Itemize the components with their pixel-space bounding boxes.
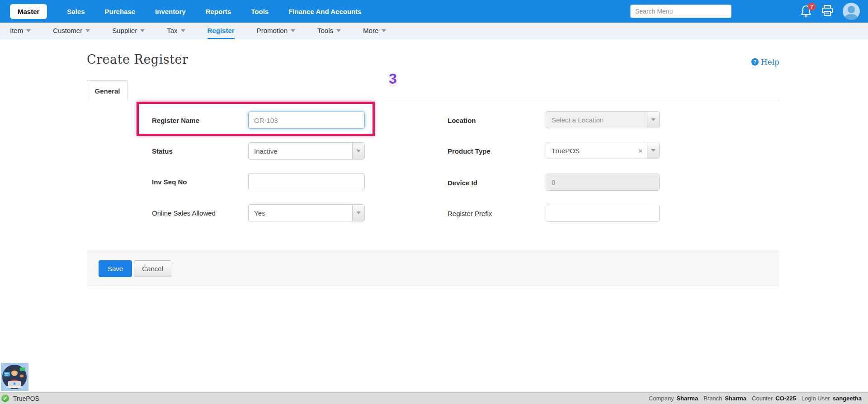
company-value: Sharma <box>676 395 698 402</box>
product-type-select[interactable]: TruePOS <box>546 142 660 159</box>
chevron-down-icon <box>291 29 295 32</box>
topnav-item-tools[interactable]: Tools <box>251 8 269 15</box>
counter-value: CO-225 <box>775 395 796 402</box>
subnav-label: Customer <box>53 27 82 34</box>
avatar-head <box>848 6 855 13</box>
status-bar: TruePOS Company Sharma Branch Sharma Cou… <box>0 392 868 404</box>
subnav-label: Supplier <box>112 27 137 34</box>
help-label: Help <box>761 57 779 66</box>
status-label: Status <box>152 147 173 155</box>
notification-count-badge: 7 <box>808 3 816 10</box>
online-sales-allowed-select[interactable]: Yes <box>248 204 365 221</box>
tab-bar: General <box>87 80 779 100</box>
subnav-label: Register <box>208 27 235 34</box>
register-prefix-label: Register Prefix <box>448 210 492 217</box>
topnav-item-master[interactable]: Master <box>10 4 47 19</box>
online-sales-allowed-value: Yes <box>249 209 352 217</box>
subnav-item-promotion[interactable]: Promotion <box>257 23 295 39</box>
form-actions-strip: Save Cancel <box>87 251 779 286</box>
register-prefix-input[interactable] <box>546 205 660 222</box>
printer-icon <box>821 4 834 17</box>
chevron-down-icon <box>651 149 656 152</box>
branch-label: Branch <box>703 395 722 402</box>
chevron-down-icon <box>382 29 386 32</box>
help-link[interactable]: Help <box>751 57 779 66</box>
subnav-item-tax[interactable]: Tax <box>167 23 185 39</box>
chevron-down-icon <box>356 150 361 152</box>
avatar-body <box>844 14 858 20</box>
chevron-down-icon <box>336 29 341 32</box>
green-check-icon <box>1 395 9 402</box>
subnav-item-register[interactable]: Register <box>208 23 235 39</box>
topnav-item-purchase[interactable]: Purchase <box>105 8 136 15</box>
chevron-down-icon <box>140 29 145 32</box>
branch-value: Sharma <box>725 395 746 402</box>
x-icon[interactable] <box>638 147 642 155</box>
cancel-button[interactable]: Cancel <box>134 260 171 277</box>
support-chat-illustration <box>1 363 28 391</box>
topnav-item-finance[interactable]: Finance And Accounts <box>288 8 361 15</box>
chevron-down-icon <box>651 118 656 121</box>
notifications-button[interactable]: 7 <box>800 5 812 18</box>
location-select[interactable]: Select a Location <box>546 111 660 128</box>
inv-seq-no-label: Inv Seq No <box>152 178 187 186</box>
device-id-label: Device Id <box>448 179 477 187</box>
product-type-label: Product Type <box>448 147 491 155</box>
print-button[interactable] <box>821 4 834 19</box>
location-placeholder: Select a Location <box>546 116 647 124</box>
subnav-item-supplier[interactable]: Supplier <box>112 23 145 39</box>
subnav-item-tools[interactable]: Tools <box>317 23 341 39</box>
status-value: Inactive <box>249 147 352 155</box>
dropdown-button[interactable] <box>647 142 659 159</box>
topnav-item-reports[interactable]: Reports <box>206 8 231 15</box>
subnav-label: More <box>363 27 378 34</box>
counter-label: Counter <box>752 395 773 402</box>
login-user-value: sangeetha <box>833 395 862 402</box>
save-button[interactable]: Save <box>99 260 132 277</box>
subnav-label: Tax <box>167 27 177 34</box>
tab-general[interactable]: General <box>87 80 128 101</box>
topnav-item-sales[interactable]: Sales <box>67 8 85 15</box>
location-label: Location <box>448 117 476 124</box>
inv-seq-no-input[interactable] <box>248 173 365 190</box>
dropdown-button[interactable] <box>352 205 364 221</box>
session-info: Company Sharma Branch Sharma Counter CO-… <box>649 395 864 402</box>
support-chat-icon[interactable] <box>1 363 28 391</box>
subnav-label: Item <box>10 27 23 34</box>
dropdown-button[interactable] <box>352 143 364 159</box>
company-label: Company <box>649 395 674 402</box>
search-input[interactable] <box>630 5 731 18</box>
top-nav-bar: Master Sales Purchase Inventory Reports … <box>0 0 868 23</box>
question-circle-icon <box>751 58 759 66</box>
chevron-down-icon <box>85 29 90 32</box>
app-window: Master Sales Purchase Inventory Reports … <box>0 0 868 404</box>
status-select[interactable]: Inactive <box>248 142 365 160</box>
module-nav-bar: Item Customer Supplier Tax Register Prom… <box>0 23 868 39</box>
device-id-input <box>546 174 660 191</box>
subnav-item-item[interactable]: Item <box>10 23 31 39</box>
online-sales-allowed-label: Online Sales Allowed <box>152 209 216 217</box>
topbar-icons: 7 <box>800 3 860 20</box>
chevron-down-icon <box>181 29 185 32</box>
subnav-item-more[interactable]: More <box>363 23 386 39</box>
subnav-item-customer[interactable]: Customer <box>53 23 90 39</box>
subnav-label: Tools <box>317 27 333 34</box>
product-type-value: TruePOS <box>546 147 638 155</box>
subnav-label: Promotion <box>257 27 288 34</box>
page-title: Create Register <box>87 52 188 66</box>
chevron-down-icon <box>26 29 31 32</box>
login-user-label: Login User <box>802 395 830 402</box>
register-name-label: Register Name <box>152 117 199 124</box>
register-name-input[interactable] <box>248 112 365 129</box>
chevron-down-icon <box>356 211 361 214</box>
product-name: TruePOS <box>13 395 39 402</box>
dropdown-button[interactable] <box>647 112 659 128</box>
topnav-item-inventory[interactable]: Inventory <box>155 8 186 15</box>
user-avatar[interactable] <box>843 3 860 20</box>
